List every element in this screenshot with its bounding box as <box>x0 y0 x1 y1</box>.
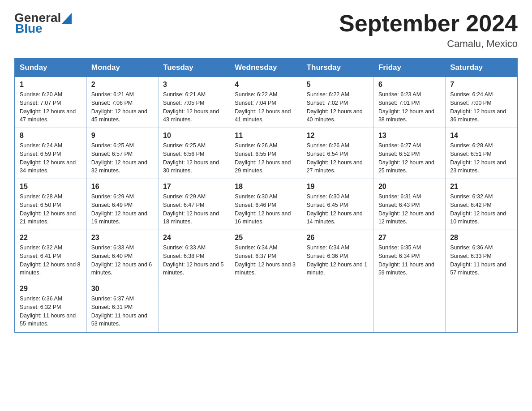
calendar-cell: 18Sunrise: 6:30 AMSunset: 6:46 PMDayligh… <box>230 179 302 230</box>
day-number: 11 <box>235 132 297 140</box>
day-number: 5 <box>307 81 369 89</box>
calendar-week-row: 15Sunrise: 6:28 AMSunset: 6:50 PMDayligh… <box>15 179 517 230</box>
day-info: Sunrise: 6:24 AMSunset: 7:00 PMDaylight:… <box>450 90 512 124</box>
calendar-cell <box>446 281 517 333</box>
weekday-header-wednesday: Wednesday <box>230 58 302 77</box>
calendar-cell: 15Sunrise: 6:28 AMSunset: 6:50 PMDayligh… <box>15 179 86 230</box>
day-number: 15 <box>20 183 82 191</box>
day-info: Sunrise: 6:21 AMSunset: 7:06 PMDaylight:… <box>91 90 154 124</box>
calendar-cell: 4Sunrise: 6:22 AMSunset: 7:04 PMDaylight… <box>230 77 302 128</box>
logo-blue-text: Blue <box>15 21 43 36</box>
calendar-cell: 12Sunrise: 6:26 AMSunset: 6:54 PMDayligh… <box>302 128 373 179</box>
calendar-cell <box>373 281 445 333</box>
day-number: 13 <box>378 132 441 140</box>
weekday-header-friday: Friday <box>373 58 445 77</box>
weekday-header-thursday: Thursday <box>302 58 373 77</box>
calendar-cell: 26Sunrise: 6:34 AMSunset: 6:36 PMDayligh… <box>302 230 373 281</box>
day-info: Sunrise: 6:29 AMSunset: 6:47 PMDaylight:… <box>163 193 225 226</box>
weekday-header-row: SundayMondayTuesdayWednesdayThursdayFrid… <box>15 58 517 77</box>
weekday-header-monday: Monday <box>86 58 158 77</box>
day-number: 2 <box>91 81 154 89</box>
calendar-cell: 1Sunrise: 6:20 AMSunset: 7:07 PMDaylight… <box>15 77 86 128</box>
day-number: 18 <box>235 183 297 191</box>
day-info: Sunrise: 6:30 AMSunset: 6:45 PMDaylight:… <box>307 193 369 226</box>
calendar-week-row: 1Sunrise: 6:20 AMSunset: 7:07 PMDaylight… <box>15 77 517 128</box>
calendar-cell: 5Sunrise: 6:22 AMSunset: 7:02 PMDaylight… <box>302 77 373 128</box>
day-info: Sunrise: 6:28 AMSunset: 6:51 PMDaylight:… <box>450 141 512 175</box>
day-number: 27 <box>378 234 441 242</box>
calendar-cell: 27Sunrise: 6:35 AMSunset: 6:34 PMDayligh… <box>373 230 445 281</box>
day-number: 24 <box>163 234 225 242</box>
day-number: 10 <box>163 132 225 140</box>
day-number: 8 <box>20 132 82 140</box>
calendar-week-row: 22Sunrise: 6:32 AMSunset: 6:41 PMDayligh… <box>15 230 517 281</box>
day-number: 23 <box>91 234 154 242</box>
day-number: 30 <box>91 285 154 293</box>
day-number: 16 <box>91 183 154 191</box>
day-number: 28 <box>450 234 512 242</box>
day-number: 17 <box>163 183 225 191</box>
day-info: Sunrise: 6:30 AMSunset: 6:46 PMDaylight:… <box>235 193 297 226</box>
calendar-cell: 20Sunrise: 6:31 AMSunset: 6:43 PMDayligh… <box>373 179 445 230</box>
day-number: 25 <box>235 234 297 242</box>
location-title: Camalu, Mexico <box>339 38 518 50</box>
day-number: 20 <box>378 183 441 191</box>
day-info: Sunrise: 6:26 AMSunset: 6:55 PMDaylight:… <box>235 141 297 175</box>
day-number: 21 <box>450 183 512 191</box>
day-info: Sunrise: 6:29 AMSunset: 6:49 PMDaylight:… <box>91 193 154 226</box>
calendar-cell <box>159 281 230 333</box>
day-number: 29 <box>20 285 82 293</box>
calendar-cell: 17Sunrise: 6:29 AMSunset: 6:47 PMDayligh… <box>159 179 230 230</box>
calendar-cell: 7Sunrise: 6:24 AMSunset: 7:00 PMDaylight… <box>446 77 517 128</box>
day-number: 3 <box>163 81 225 89</box>
day-number: 1 <box>20 81 82 89</box>
day-info: Sunrise: 6:24 AMSunset: 6:59 PMDaylight:… <box>20 141 82 175</box>
day-number: 4 <box>235 81 297 89</box>
day-info: Sunrise: 6:32 AMSunset: 6:41 PMDaylight:… <box>20 244 82 277</box>
logo: General Blue <box>14 11 72 36</box>
calendar-cell: 3Sunrise: 6:21 AMSunset: 7:05 PMDaylight… <box>159 77 230 128</box>
day-number: 14 <box>450 132 512 140</box>
day-info: Sunrise: 6:33 AMSunset: 6:38 PMDaylight:… <box>163 244 225 277</box>
weekday-header-sunday: Sunday <box>15 58 86 77</box>
month-title: September 2024 <box>339 11 518 36</box>
day-info: Sunrise: 6:23 AMSunset: 7:01 PMDaylight:… <box>378 90 441 124</box>
day-info: Sunrise: 6:37 AMSunset: 6:31 PMDaylight:… <box>91 295 154 328</box>
day-number: 7 <box>450 81 512 89</box>
day-info: Sunrise: 6:35 AMSunset: 6:34 PMDaylight:… <box>378 244 441 277</box>
calendar-cell: 30Sunrise: 6:37 AMSunset: 6:31 PMDayligh… <box>86 281 158 333</box>
day-number: 12 <box>307 132 369 140</box>
calendar-cell <box>230 281 302 333</box>
title-section: September 2024 Camalu, Mexico <box>339 11 518 50</box>
calendar-cell: 9Sunrise: 6:25 AMSunset: 6:57 PMDaylight… <box>86 128 158 179</box>
page-header: General Blue September 2024 Camalu, Mexi… <box>14 11 518 50</box>
calendar-cell: 22Sunrise: 6:32 AMSunset: 6:41 PMDayligh… <box>15 230 86 281</box>
day-number: 19 <box>307 183 369 191</box>
calendar-cell: 24Sunrise: 6:33 AMSunset: 6:38 PMDayligh… <box>159 230 230 281</box>
day-info: Sunrise: 6:26 AMSunset: 6:54 PMDaylight:… <box>307 141 369 175</box>
day-info: Sunrise: 6:34 AMSunset: 6:36 PMDaylight:… <box>307 244 369 277</box>
day-info: Sunrise: 6:22 AMSunset: 7:04 PMDaylight:… <box>235 90 297 124</box>
svg-marker-0 <box>62 13 72 24</box>
calendar-cell: 8Sunrise: 6:24 AMSunset: 6:59 PMDaylight… <box>15 128 86 179</box>
day-info: Sunrise: 6:22 AMSunset: 7:02 PMDaylight:… <box>307 90 369 124</box>
day-number: 9 <box>91 132 154 140</box>
weekday-header-saturday: Saturday <box>446 58 517 77</box>
calendar-cell: 16Sunrise: 6:29 AMSunset: 6:49 PMDayligh… <box>86 179 158 230</box>
calendar-cell: 21Sunrise: 6:32 AMSunset: 6:42 PMDayligh… <box>446 179 517 230</box>
day-number: 26 <box>307 234 369 242</box>
calendar-cell: 29Sunrise: 6:36 AMSunset: 6:32 PMDayligh… <box>15 281 86 333</box>
calendar-cell: 14Sunrise: 6:28 AMSunset: 6:51 PMDayligh… <box>446 128 517 179</box>
calendar-cell: 2Sunrise: 6:21 AMSunset: 7:06 PMDaylight… <box>86 77 158 128</box>
calendar-cell: 25Sunrise: 6:34 AMSunset: 6:37 PMDayligh… <box>230 230 302 281</box>
weekday-header-tuesday: Tuesday <box>159 58 230 77</box>
calendar-week-row: 29Sunrise: 6:36 AMSunset: 6:32 PMDayligh… <box>15 281 517 333</box>
logo-triangle-icon <box>62 13 72 24</box>
calendar-cell: 19Sunrise: 6:30 AMSunset: 6:45 PMDayligh… <box>302 179 373 230</box>
calendar-table: SundayMondayTuesdayWednesdayThursdayFrid… <box>14 58 518 333</box>
calendar-cell: 10Sunrise: 6:25 AMSunset: 6:56 PMDayligh… <box>159 128 230 179</box>
calendar-cell: 28Sunrise: 6:36 AMSunset: 6:33 PMDayligh… <box>446 230 517 281</box>
calendar-cell: 13Sunrise: 6:27 AMSunset: 6:52 PMDayligh… <box>373 128 445 179</box>
calendar-cell: 23Sunrise: 6:33 AMSunset: 6:40 PMDayligh… <box>86 230 158 281</box>
day-info: Sunrise: 6:32 AMSunset: 6:42 PMDaylight:… <box>450 193 512 226</box>
